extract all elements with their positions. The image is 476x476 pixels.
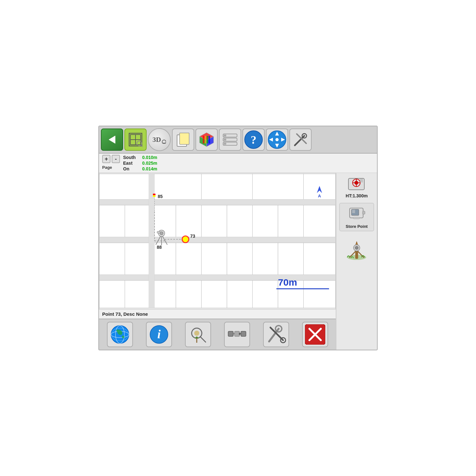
svg-point-88 — [182, 236, 188, 242]
settings-button[interactable] — [289, 129, 312, 151]
svg-rect-50 — [253, 205, 278, 237]
svg-text:85: 85 — [158, 194, 163, 199]
globe-button[interactable] — [107, 322, 133, 347]
svg-rect-107 — [228, 331, 233, 336]
svg-rect-16 — [203, 136, 204, 143]
on-row: On 0.014m — [123, 166, 157, 171]
svg-rect-40 — [202, 174, 253, 199]
close-button[interactable] — [302, 322, 328, 347]
svg-rect-134 — [353, 217, 359, 219]
svg-text:70m: 70m — [278, 277, 297, 288]
map-canvas[interactable]: 85 88 — [99, 173, 336, 309]
svg-rect-131 — [352, 211, 355, 212]
svg-rect-51 — [278, 205, 303, 237]
svg-rect-61 — [278, 243, 303, 275]
svg-rect-43 — [99, 200, 335, 205]
right-panel: HT:1.300m — [336, 173, 377, 349]
ht-text: HT:1.300m — [346, 193, 367, 198]
minus-button[interactable]: - — [112, 155, 120, 163]
south-value: 0.010m — [142, 155, 157, 160]
svg-rect-109 — [241, 331, 246, 336]
connect-button[interactable] — [224, 322, 250, 347]
svg-marker-106 — [194, 336, 199, 338]
svg-rect-24 — [224, 139, 226, 141]
svg-rect-23 — [224, 135, 226, 136]
help-button[interactable]: ? — [242, 129, 265, 151]
svg-point-104 — [194, 331, 199, 336]
tools-button[interactable] — [263, 322, 289, 347]
stake-icon — [344, 236, 369, 261]
pages-button[interactable] — [172, 129, 194, 151]
info-controls: + - Page — [102, 155, 120, 170]
on-label: On — [123, 166, 139, 171]
plus-minus-controls: + - — [102, 155, 120, 163]
svg-rect-47 — [176, 205, 201, 237]
store-point-button[interactable]: Store Point — [339, 203, 374, 231]
svg-rect-19 — [208, 136, 210, 143]
east-label: East — [123, 161, 139, 166]
svg-rect-85 — [157, 231, 160, 233]
bottom-toolbar: i — [99, 319, 336, 350]
prism-icon — [346, 176, 368, 192]
svg-rect-58 — [202, 243, 227, 275]
svg-rect-53 — [99, 237, 335, 243]
info-button[interactable]: i — [146, 322, 172, 347]
main-area: 85 88 — [99, 173, 377, 349]
svg-rect-70 — [253, 281, 278, 308]
svg-rect-11 — [180, 133, 189, 144]
svg-rect-68 — [202, 281, 227, 308]
svg-rect-55 — [125, 243, 150, 275]
svg-rect-132 — [352, 213, 355, 213]
map-svg: 85 88 — [99, 173, 335, 308]
svg-rect-17 — [205, 136, 206, 143]
svg-rect-127 — [360, 182, 363, 182]
svg-rect-57 — [176, 243, 201, 275]
store-point-label: Store Point — [346, 224, 367, 229]
svg-rect-63 — [99, 275, 335, 281]
svg-rect-67 — [176, 281, 201, 308]
move-button[interactable] — [266, 129, 288, 151]
svg-rect-62 — [303, 243, 335, 275]
svg-text:A: A — [318, 194, 321, 199]
svg-text:88: 88 — [157, 245, 162, 250]
south-label: South — [123, 155, 139, 160]
svg-rect-25 — [224, 143, 226, 145]
south-row: South 0.010m — [123, 155, 157, 160]
svg-rect-125 — [360, 179, 363, 180]
coord-table: South 0.010m East 0.025m On 0.014m — [123, 155, 157, 171]
search-tools-button[interactable] — [185, 322, 211, 347]
ht-display: HT:1.300m — [346, 176, 368, 198]
svg-rect-72 — [303, 281, 335, 308]
svg-text:73: 73 — [190, 234, 195, 239]
toolbar: 3D — [99, 126, 377, 154]
svg-rect-59 — [227, 243, 252, 275]
svg-rect-65 — [125, 281, 150, 308]
theme-button[interactable] — [195, 129, 218, 151]
svg-rect-44 — [99, 205, 125, 237]
svg-rect-108 — [235, 331, 240, 336]
svg-rect-18 — [207, 136, 208, 143]
svg-rect-130 — [352, 210, 355, 211]
svg-point-84 — [160, 232, 163, 235]
back-button[interactable] — [101, 129, 123, 151]
svg-line-103 — [200, 337, 206, 342]
svg-rect-48 — [202, 205, 227, 237]
svg-rect-64 — [99, 281, 125, 308]
svg-rect-41 — [253, 174, 304, 199]
svg-rect-126 — [360, 180, 363, 181]
layout-button[interactable] — [124, 129, 147, 151]
svg-rect-49 — [227, 205, 252, 237]
svg-text:i: i — [157, 327, 161, 341]
app-container: 3D — [98, 126, 378, 350]
east-value: 0.025m — [142, 161, 157, 166]
svg-rect-76 — [153, 195, 155, 197]
3d-button[interactable]: 3D — [148, 128, 171, 151]
svg-rect-69 — [227, 281, 252, 308]
svg-point-33 — [275, 138, 279, 141]
svg-rect-60 — [253, 243, 278, 275]
svg-rect-133 — [362, 211, 365, 215]
on-value: 0.014m — [142, 166, 157, 171]
plus-button[interactable]: + — [102, 155, 110, 163]
map-section: 85 88 — [99, 173, 336, 349]
fields-button[interactable] — [219, 129, 241, 151]
